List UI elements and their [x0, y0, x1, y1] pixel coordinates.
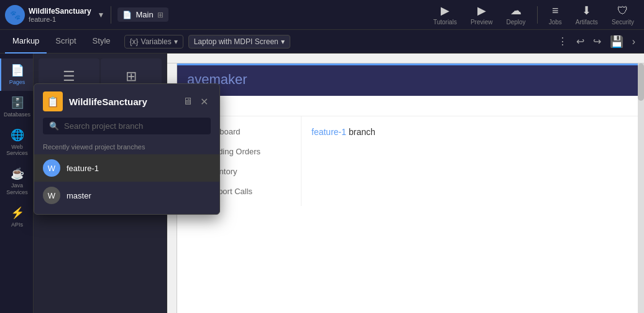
- java-services-label: Java Services: [4, 182, 30, 196]
- pages-label: Pages: [9, 79, 25, 86]
- branch-highlight: feature-1: [311, 127, 346, 137]
- page-selector[interactable]: 📄 Main ⊞: [117, 7, 168, 22]
- tutorials-label: Tutorials: [433, 19, 457, 26]
- pages-icon: 📄: [11, 63, 24, 77]
- page-top-bar: avemaker: [177, 63, 644, 96]
- search-icon: 🔍: [49, 121, 59, 131]
- divider-2: [537, 6, 538, 24]
- deploy-button[interactable]: ☁ Deploy: [501, 2, 530, 27]
- tab-style[interactable]: Style: [85, 30, 118, 54]
- logo-icon: 🐾: [10, 10, 21, 20]
- canvas-area: avemaker ≡ Order ⊞ Dashboard: [167, 54, 644, 313]
- jobs-icon: ≡: [552, 4, 559, 17]
- variables-chevron: ▾: [174, 37, 178, 46]
- java-services-icon: ☕: [11, 167, 24, 180]
- web-services-label: Web Services: [4, 144, 30, 157]
- secondary-toolbar: Markup Script Style {x} Variables ▾ Lapt…: [0, 30, 644, 54]
- page-selector-doc-icon: 📄: [122, 11, 132, 19]
- sidebar-item-web-services[interactable]: 🌐 Web Services: [0, 123, 33, 162]
- redo-button[interactable]: ↪: [589, 33, 605, 50]
- recent-label: Recently viewed project branches: [34, 141, 219, 154]
- branch-item-feature-1[interactable]: W feature-1: [34, 154, 219, 182]
- branch-name: feature-1: [29, 16, 91, 23]
- preview-label: Preview: [471, 19, 493, 26]
- tutorials-icon: ▶: [441, 4, 449, 17]
- canvas-ruler-top: [167, 54, 644, 63]
- tab-script[interactable]: Script: [48, 30, 83, 54]
- project-info[interactable]: WildlifeSanctuary feature-1: [29, 7, 91, 23]
- sidebar-icons: 📄 Pages 🗄️ Databases 🌐 Web Services ☕ Ja…: [0, 54, 34, 313]
- artifacts-label: Artifacts: [576, 19, 598, 26]
- undo-button[interactable]: ↩: [573, 33, 588, 50]
- project-icon-symbol: 📋: [47, 96, 59, 108]
- preview-icon: ▶: [477, 4, 486, 17]
- sidebar-item-databases[interactable]: 🗄️ Databases: [0, 91, 33, 123]
- close-dropdown-button[interactable]: ✕: [198, 93, 211, 110]
- branch-search-input[interactable]: [64, 121, 205, 131]
- cards-widget-icon: ⊞: [126, 68, 137, 85]
- top-toolbar: 🐾 WildlifeSanctuary feature-1 ▼ 📄 Main ⊞…: [0, 0, 644, 30]
- artifacts-button[interactable]: ⬇ Artifacts: [571, 2, 603, 27]
- expand-button[interactable]: ›: [628, 34, 639, 50]
- tutorials-button[interactable]: ▶ Tutorials: [428, 2, 462, 27]
- security-button[interactable]: 🛡 Security: [607, 3, 639, 27]
- branch-dropdown: 📋 WildlifeSanctuary 🖥 ✕ 🔍 Recently viewe…: [34, 83, 220, 215]
- dropdown-header: 📋 WildlifeSanctuary 🖥 ✕: [34, 84, 219, 118]
- branch-icon-master: W: [43, 187, 60, 204]
- screen-label: Laptop with MDPI Screen: [194, 37, 278, 46]
- page-body: ⊞ Dashboard 📄 Pending Orders 🏷️ Inventor…: [177, 116, 644, 206]
- databases-label: Databases: [4, 111, 30, 118]
- variables-label: Variables: [141, 37, 172, 46]
- artifacts-icon: ⬇: [582, 4, 591, 17]
- screen-selector[interactable]: Laptop with MDPI Screen ▾: [188, 35, 290, 49]
- web-services-icon: 🌐: [11, 128, 24, 142]
- canvas-scrollbar[interactable]: [638, 63, 644, 313]
- page-main: feature-1 branch: [301, 116, 644, 206]
- apis-icon: ⚡: [11, 206, 24, 220]
- security-label: Security: [612, 19, 634, 26]
- save-button[interactable]: 💾: [606, 32, 627, 51]
- screen-chevron: ▾: [281, 37, 285, 46]
- tab-markup[interactable]: Markup: [5, 30, 47, 54]
- project-icon: 📋: [43, 91, 63, 111]
- jobs-label: Jobs: [549, 19, 562, 26]
- page-frame: avemaker ≡ Order ⊞ Dashboard: [177, 63, 644, 313]
- deploy-label: Deploy: [506, 19, 525, 26]
- canvas-viewport: avemaker ≡ Order ⊞ Dashboard: [177, 63, 644, 313]
- branch-suffix: branch: [346, 127, 375, 137]
- branch-search-bar: 🔍: [43, 118, 211, 134]
- sidebar-item-java-services[interactable]: ☕ Java Services: [0, 162, 33, 201]
- security-icon: 🛡: [617, 4, 628, 17]
- dropdown-project: 📋 WildlifeSanctuary: [43, 91, 147, 111]
- main-area: 📄 Pages 🗄️ Databases 🌐 Web Services ☕ Ja…: [0, 54, 644, 313]
- selection-outline-top: [177, 63, 638, 65]
- apis-label: APIs: [11, 222, 23, 228]
- preview-button[interactable]: ▶ Preview: [466, 2, 498, 27]
- list-widget-icon: ☰: [63, 68, 75, 85]
- branch-label-feature-1: feature-1: [67, 164, 99, 173]
- branch-label-master: master: [67, 191, 91, 200]
- branch-chevron[interactable]: ▼: [98, 11, 105, 19]
- page-selector-grid-icon: ⊞: [157, 11, 163, 19]
- logo-button[interactable]: 🐾: [5, 5, 25, 25]
- canvas-content: avemaker ≡ Order ⊞ Dashboard: [167, 63, 644, 313]
- scrollbar-thumb[interactable]: [638, 63, 644, 101]
- branch-icon-feature-1: W: [43, 159, 60, 177]
- monitor-icon[interactable]: 🖥: [183, 96, 193, 107]
- branch-item-master[interactable]: W master: [34, 182, 219, 209]
- deploy-icon: ☁: [510, 4, 522, 17]
- dropdown-project-title: WildlifeSanctuary: [69, 96, 147, 107]
- sidebar-item-apis[interactable]: ⚡ APIs: [0, 201, 33, 233]
- page-nav: ≡ Order: [177, 96, 644, 116]
- jobs-button[interactable]: ≡ Jobs: [544, 3, 567, 27]
- variables-icon: {x}: [130, 37, 139, 46]
- variables-button[interactable]: {x} Variables ▾: [124, 35, 183, 49]
- sidebar-item-pages[interactable]: 📄 Pages: [0, 58, 33, 91]
- divider-1: [111, 6, 111, 24]
- project-name: WildlifeSanctuary: [29, 7, 91, 16]
- page-selector-name: Main: [136, 10, 153, 19]
- more-options-button[interactable]: ⋮: [554, 33, 571, 50]
- databases-icon: 🗄️: [11, 96, 24, 110]
- branch-display: feature-1 branch: [311, 127, 375, 137]
